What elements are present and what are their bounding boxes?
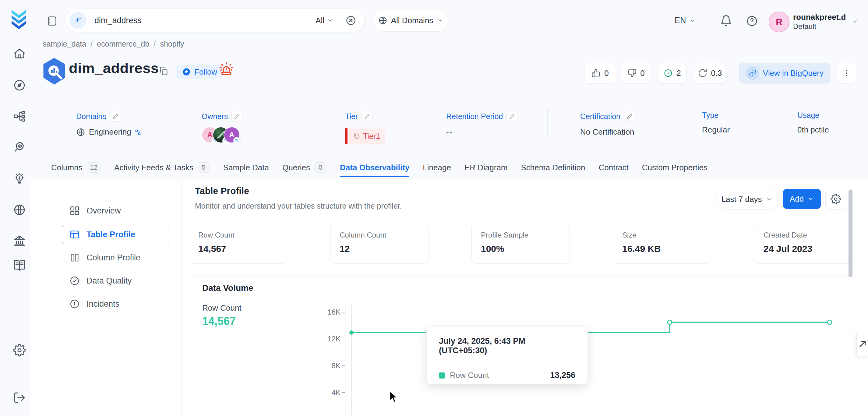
subnav-overview[interactable]: Overview bbox=[62, 201, 169, 221]
more-options-kebab-icon[interactable] bbox=[837, 63, 856, 84]
retention-value: -- bbox=[446, 127, 453, 137]
edit-domains-button[interactable] bbox=[110, 111, 121, 122]
data-point[interactable] bbox=[828, 320, 832, 324]
search-input[interactable]: dim_address bbox=[94, 16, 142, 25]
search-scope-dropdown[interactable]: All bbox=[315, 16, 333, 25]
y-tick: 12K bbox=[328, 335, 341, 343]
score-button[interactable]: 0.3 bbox=[695, 63, 725, 84]
stat-card-created-date: Created Date 24 Jul 2023 bbox=[754, 223, 852, 264]
owner-initial: A bbox=[207, 131, 212, 139]
help-icon[interactable] bbox=[746, 15, 758, 27]
domain-filter-dropdown[interactable]: All Domains bbox=[373, 9, 448, 32]
stat-label: Column Count bbox=[340, 231, 428, 239]
notifications-bell-icon[interactable] bbox=[720, 14, 732, 27]
upvote-count: 0 bbox=[604, 68, 609, 78]
tab-sample-data[interactable]: Sample Data bbox=[223, 158, 269, 177]
upvote-button[interactable]: 0 bbox=[584, 63, 616, 84]
user-avatar[interactable]: R bbox=[769, 11, 789, 32]
page-title: dim_address bbox=[69, 60, 159, 76]
chevron-down-icon bbox=[689, 18, 695, 24]
edit-retention-button[interactable] bbox=[506, 111, 518, 122]
edit-certification-button[interactable] bbox=[624, 111, 635, 122]
view-in-bigquery-button[interactable]: View in BigQuery bbox=[739, 63, 830, 84]
tier-color-bar bbox=[345, 128, 347, 145]
tab-schema-definition[interactable]: Schema Definition bbox=[521, 158, 585, 177]
owner-avatar-3[interactable]: A bbox=[223, 127, 240, 143]
columns-icon bbox=[69, 252, 80, 263]
user-menu[interactable]: rounakpreet.d Default bbox=[793, 12, 846, 31]
breadcrumb: sample_data / ecommerce_db / shopify bbox=[43, 40, 184, 49]
globe-icon bbox=[378, 16, 388, 25]
observability-search-icon[interactable] bbox=[13, 141, 26, 154]
follow-button[interactable]: Follow bbox=[176, 65, 223, 79]
views-button[interactable]: 2 bbox=[658, 63, 686, 84]
usage-value: 0th pctile bbox=[797, 125, 829, 135]
alert-siren-icon[interactable] bbox=[218, 61, 235, 78]
stat-value: 14,567 bbox=[198, 244, 287, 254]
tab-contract[interactable]: Contract bbox=[599, 158, 629, 177]
gear-icon bbox=[831, 194, 841, 204]
entity-tabs: Columns12 Activity Feeds & Tasks5 Sample… bbox=[51, 158, 708, 177]
subnav-table-profile[interactable]: Table Profile bbox=[62, 225, 169, 244]
tier-tag[interactable]: Tier1 bbox=[349, 129, 385, 144]
tab-queries[interactable]: Queries0 bbox=[282, 158, 327, 177]
date-range-dropdown[interactable]: Last 7 days bbox=[715, 189, 779, 210]
global-search-bar[interactable]: dim_address All bbox=[65, 8, 365, 32]
edge-panel-handle[interactable] bbox=[857, 332, 868, 356]
vertical-scrollbar[interactable] bbox=[848, 189, 852, 277]
downvote-button[interactable]: 0 bbox=[621, 63, 651, 84]
domains-globe-icon[interactable] bbox=[13, 203, 26, 216]
mouse-cursor bbox=[389, 390, 401, 404]
tab-custom-properties[interactable]: Custom Properties bbox=[642, 158, 708, 177]
edit-tier-button[interactable] bbox=[362, 111, 372, 122]
edit-owners-button[interactable] bbox=[231, 111, 242, 122]
stat-label: Size bbox=[622, 231, 711, 239]
language-dropdown[interactable]: EN bbox=[675, 16, 695, 25]
tab-badge: 5 bbox=[198, 162, 210, 173]
lineage-flow-icon[interactable] bbox=[13, 110, 26, 123]
y-tick: 4K bbox=[332, 388, 341, 396]
meta-domains: Domains Engineering bbox=[76, 111, 141, 137]
bigquery-service-icon bbox=[43, 58, 66, 85]
breadcrumb-separator: / bbox=[154, 40, 156, 49]
clear-search-icon[interactable] bbox=[345, 15, 356, 26]
meta-type: Type Regular bbox=[702, 111, 730, 135]
data-point-hovered[interactable] bbox=[349, 330, 353, 335]
usage-label: Usage bbox=[797, 111, 819, 120]
chart-tooltip: July 24, 2025, 6:43 PM (UTC+05:30) Row C… bbox=[426, 326, 588, 384]
stat-value: 12 bbox=[340, 244, 428, 254]
user-menu-chevron-icon[interactable] bbox=[851, 18, 858, 25]
domains-value[interactable]: Engineering bbox=[89, 127, 131, 137]
explore-compass-icon[interactable] bbox=[13, 79, 26, 92]
add-button[interactable]: Add bbox=[783, 189, 821, 209]
tab-lineage[interactable]: Lineage bbox=[423, 158, 451, 177]
tab-activity-feeds[interactable]: Activity Feeds & Tasks5 bbox=[114, 158, 210, 177]
logout-icon[interactable] bbox=[13, 391, 26, 404]
overview-grid-icon bbox=[69, 205, 80, 216]
inherited-badge-icon bbox=[233, 137, 241, 145]
profiler-settings-button[interactable] bbox=[825, 189, 846, 210]
tab-data-observability[interactable]: Data Observability bbox=[340, 158, 409, 177]
subnav-data-quality[interactable]: Data Quality bbox=[62, 271, 169, 291]
data-point[interactable] bbox=[668, 320, 672, 324]
home-icon[interactable] bbox=[13, 47, 26, 60]
breadcrumb-schema[interactable]: shopify bbox=[160, 40, 184, 49]
settings-gear-icon[interactable] bbox=[13, 344, 26, 357]
stat-label: Row Count bbox=[198, 231, 287, 239]
breadcrumb-database[interactable]: ecommerce_db bbox=[97, 40, 149, 49]
subnav-incidents[interactable]: Incidents bbox=[62, 294, 169, 314]
governance-bank-icon[interactable] bbox=[13, 234, 26, 247]
app-logo[interactable] bbox=[9, 8, 29, 31]
copy-name-icon[interactable] bbox=[158, 66, 169, 76]
breadcrumb-service[interactable]: sample_data bbox=[43, 40, 86, 49]
data-volume-title: Data Volume bbox=[202, 283, 253, 293]
tab-columns[interactable]: Columns12 bbox=[51, 158, 101, 177]
stat-card-row-count: Row Count 14,567 bbox=[189, 223, 287, 264]
sidebar-toggle-icon[interactable] bbox=[46, 15, 58, 27]
subnav-column-profile[interactable]: Column Profile bbox=[62, 248, 169, 267]
insights-bulb-icon[interactable] bbox=[13, 172, 26, 185]
tab-er-diagram[interactable]: ER Diagram bbox=[464, 158, 508, 177]
type-value: Regular bbox=[702, 125, 730, 135]
star-badge-icon bbox=[182, 68, 191, 76]
knowledge-book-icon[interactable] bbox=[13, 259, 26, 272]
